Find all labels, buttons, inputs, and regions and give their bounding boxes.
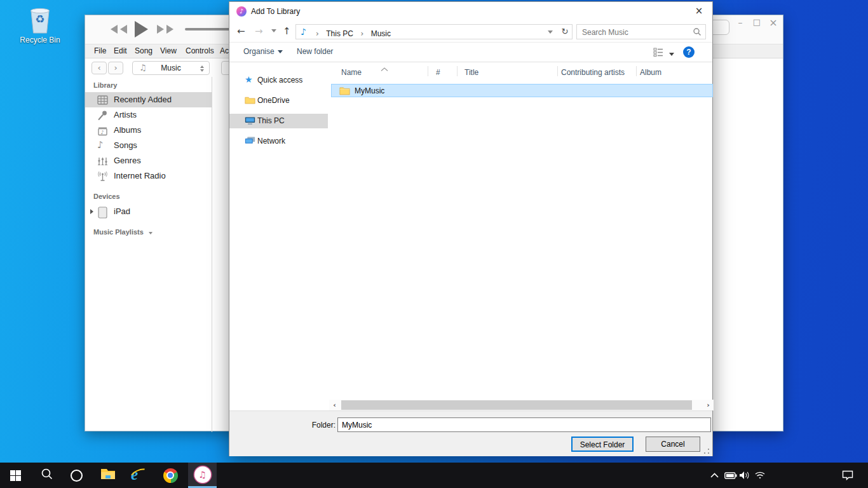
column-divider[interactable] bbox=[557, 66, 558, 76]
fast-forward-button[interactable] bbox=[157, 25, 173, 36]
column-header-contributing-artists[interactable]: Contributing artists bbox=[561, 68, 625, 77]
dialog-toolbar: Organise New folder ? bbox=[229, 43, 712, 62]
horizontal-scrollbar[interactable]: ‹ › bbox=[329, 400, 714, 410]
sidebar-item-recently-added[interactable]: Recently Added bbox=[85, 92, 212, 107]
dialog-titlebar[interactable]: ♪ Add To Library × bbox=[229, 2, 712, 21]
dropdown-icon bbox=[278, 50, 283, 53]
refresh-button[interactable]: ↻ bbox=[558, 24, 573, 39]
column-divider[interactable] bbox=[636, 66, 637, 76]
scroll-right-icon[interactable]: › bbox=[703, 400, 714, 410]
recycle-bin-label: Recycle Bin bbox=[18, 36, 62, 44]
sidebar-item-genres[interactable]: Genres bbox=[85, 153, 212, 168]
itunes-taskbar-button[interactable]: ♫ bbox=[188, 463, 217, 488]
view-mode-button[interactable] bbox=[653, 48, 674, 59]
up-button[interactable]: ↑ bbox=[283, 25, 291, 37]
expand-arrow-icon[interactable] bbox=[90, 209, 93, 214]
recycle-glyph: ♻ bbox=[27, 13, 53, 25]
search-box[interactable] bbox=[576, 24, 706, 39]
scroll-left-icon[interactable]: ‹ bbox=[329, 400, 340, 410]
tray-expand-button[interactable] bbox=[707, 463, 722, 488]
forward-button[interactable]: → bbox=[255, 25, 263, 37]
cortana-icon bbox=[71, 470, 83, 482]
breadcrumb-music[interactable]: Music bbox=[371, 29, 391, 38]
itunes-back-button[interactable]: ‹ bbox=[92, 62, 107, 74]
menu-controls[interactable]: Controls bbox=[186, 46, 214, 55]
windows-logo-icon bbox=[10, 470, 21, 481]
media-kind-label: Music bbox=[133, 64, 209, 72]
sort-ascending-icon bbox=[381, 62, 388, 74]
new-folder-button[interactable]: New folder bbox=[297, 47, 333, 56]
menu-edit[interactable]: Edit bbox=[114, 46, 127, 55]
sidebar-item-internet-radio[interactable]: Internet Radio bbox=[85, 168, 212, 184]
column-header-number[interactable]: # bbox=[436, 68, 440, 77]
sidebar-item-albums[interactable]: ♪ Albums bbox=[85, 123, 212, 138]
file-row-mymusic[interactable]: MyMusic bbox=[331, 84, 713, 97]
column-divider[interactable] bbox=[428, 66, 428, 76]
internet-explorer-button[interactable]: e bbox=[125, 463, 153, 488]
file-explorer-button[interactable] bbox=[94, 463, 122, 488]
start-button[interactable] bbox=[1, 463, 29, 488]
recent-locations-dropdown[interactable] bbox=[271, 29, 276, 32]
volume-icon[interactable] bbox=[737, 463, 752, 488]
location-music-note-icon: ♪ bbox=[301, 27, 306, 37]
nav-pane-quick-access[interactable]: ★ Quick access bbox=[229, 73, 328, 88]
taskbar: e ♫ bbox=[0, 463, 868, 488]
nav-pane-network[interactable]: Network bbox=[229, 134, 328, 149]
organise-button[interactable]: Organise bbox=[243, 47, 283, 56]
close-button[interactable]: × bbox=[765, 17, 782, 29]
maximize-button[interactable]: □ bbox=[749, 17, 765, 27]
back-button[interactable]: ← bbox=[237, 25, 245, 37]
itunes-forward-button[interactable]: › bbox=[108, 62, 123, 74]
menu-view[interactable]: View bbox=[160, 46, 177, 55]
add-to-library-dialog: ♪ Add To Library × ← → ↑ ♪ › This PC › M… bbox=[229, 1, 713, 456]
sidebar-item-songs[interactable]: ♪ Songs bbox=[85, 138, 212, 153]
recycle-bin-shortcut[interactable]: ♻ Recycle Bin bbox=[18, 5, 62, 44]
menu-song[interactable]: Song bbox=[135, 46, 153, 55]
stepper-icon bbox=[200, 64, 204, 74]
breadcrumb-bar[interactable]: ♪ › This PC › Music bbox=[295, 24, 559, 39]
address-dropdown-icon[interactable] bbox=[548, 30, 553, 34]
album-icon: ♪ bbox=[97, 125, 108, 136]
help-button[interactable]: ? bbox=[683, 46, 695, 58]
column-header-title[interactable]: Title bbox=[465, 68, 478, 77]
chrome-button[interactable] bbox=[156, 463, 184, 488]
itunes-icon: ♫ bbox=[194, 466, 211, 483]
action-center-icon[interactable] bbox=[840, 463, 855, 488]
battery-icon[interactable] bbox=[723, 463, 738, 488]
rewind-button[interactable] bbox=[111, 25, 127, 36]
microphone-icon bbox=[97, 110, 108, 121]
cancel-button[interactable]: Cancel bbox=[646, 437, 700, 452]
play-button[interactable] bbox=[135, 21, 148, 37]
column-divider[interactable] bbox=[457, 66, 458, 76]
select-folder-button[interactable]: Select Folder bbox=[571, 437, 634, 452]
minimize-button[interactable]: – bbox=[732, 17, 749, 27]
search-icon bbox=[693, 27, 702, 39]
sidebar-item-ipad[interactable]: iPad bbox=[85, 204, 212, 219]
taskbar-search-button[interactable] bbox=[33, 463, 61, 488]
search-icon bbox=[41, 468, 53, 483]
nav-pane-this-pc[interactable]: This PC bbox=[229, 114, 328, 128]
dialog-close-button[interactable]: × bbox=[689, 4, 709, 18]
column-header-name[interactable]: Name bbox=[341, 68, 362, 77]
wifi-icon[interactable] bbox=[752, 463, 768, 488]
scrollbar-thumb[interactable] bbox=[341, 400, 692, 410]
resize-grip[interactable] bbox=[703, 448, 710, 454]
sidebar-item-artists[interactable]: Artists bbox=[85, 107, 212, 123]
network-icon bbox=[245, 136, 255, 146]
media-kind-selector[interactable]: ♫ Music bbox=[132, 61, 210, 75]
antenna-icon bbox=[97, 171, 108, 182]
devices-header: Devices bbox=[93, 193, 120, 200]
cortana-button[interactable] bbox=[62, 463, 90, 488]
nav-pane-onedrive[interactable]: OneDrive bbox=[229, 93, 328, 108]
recycle-bin-icon: ♻ bbox=[27, 5, 53, 34]
menu-file[interactable]: File bbox=[94, 46, 106, 55]
column-header-album[interactable]: Album bbox=[640, 68, 661, 77]
quick-access-star-icon: ★ bbox=[245, 74, 255, 85]
desktop: ♻ Recycle Bin – □ × bbox=[0, 0, 868, 488]
breadcrumb-this-pc[interactable]: This PC bbox=[326, 29, 353, 38]
playlists-header[interactable]: Music Playlists bbox=[93, 228, 153, 236]
sidebar-divider bbox=[212, 77, 212, 432]
search-input[interactable] bbox=[581, 26, 688, 39]
onedrive-icon bbox=[245, 95, 255, 105]
folder-name-input[interactable] bbox=[337, 417, 711, 432]
